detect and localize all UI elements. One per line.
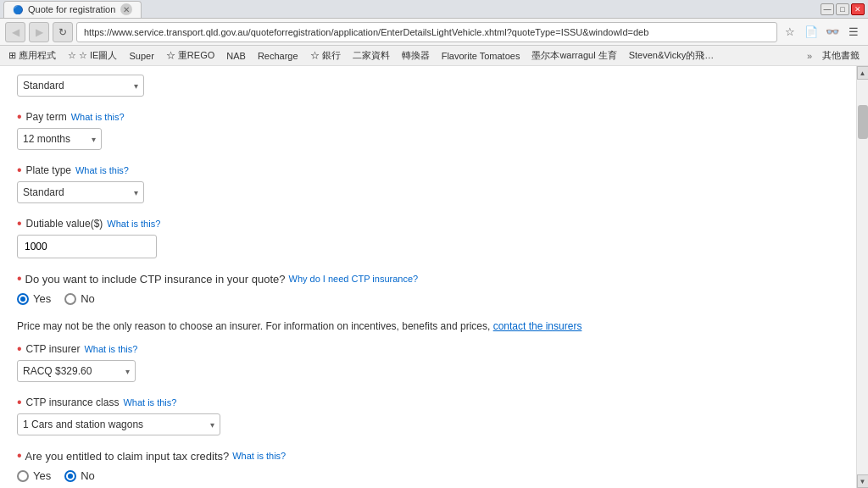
dutiable-input[interactable] <box>17 235 157 258</box>
other-bookmarks[interactable]: 其他書籤 <box>817 47 865 64</box>
pay-term-what-link[interactable]: What is this? <box>71 112 125 122</box>
ctp-insurer-label: • CTP insurer What is this? <box>17 342 839 356</box>
tax-yes-option[interactable]: Yes <box>17 469 51 482</box>
ie-icon: ☆ <box>68 50 76 61</box>
tax-no-option[interactable]: No <box>64 469 95 482</box>
main-content: Standard ▾ • Pay term What is this? 12 m… <box>0 66 856 488</box>
refresh-button[interactable]: ↻ <box>53 22 73 42</box>
tax-question-label: • Are you entitled to claim input tax cr… <box>17 449 839 463</box>
back-icon: ◀ <box>12 26 19 38</box>
ctp-insurer-what-link[interactable]: What is this? <box>84 344 137 354</box>
bookmark-nab[interactable]: NAB <box>221 49 251 63</box>
ctp-class-group: • CTP insurance class What is this? 1 Ca… <box>17 396 839 435</box>
bookmark-steven[interactable]: Steven&Vicky的飛… <box>624 47 720 64</box>
pdf-icon-button[interactable]: 📄 <box>802 23 821 42</box>
pay-term-label: • Pay term What is this? <box>17 110 839 124</box>
tax-bullet: • <box>17 449 22 463</box>
bookmark-star-button[interactable]: ☆ <box>781 23 799 42</box>
apps-icon: ⊞ <box>8 50 16 61</box>
dutiable-value-group: • Dutiable value($) What is this? <box>17 217 839 258</box>
browser-tab[interactable]: 🔵 Quote for registration ✕ <box>3 1 142 18</box>
bookmark-warragul[interactable]: 墨尔本warragul 生育 <box>526 47 621 64</box>
refresh-icon: ↻ <box>58 26 67 38</box>
page-area: Standard ▾ • Pay term What is this? 12 m… <box>0 66 868 488</box>
bookmark-super[interactable]: Super <box>124 49 159 63</box>
plate-type-what-link[interactable]: What is this? <box>75 165 129 175</box>
tax-yes-radio[interactable] <box>17 470 29 482</box>
plate-type-bullet: • <box>17 164 22 177</box>
registration-type-select[interactable]: Standard ▾ <box>17 75 144 97</box>
tax-credit-group: • Are you entitled to claim input tax cr… <box>17 449 839 482</box>
dutiable-bullet: • <box>17 217 22 230</box>
title-bar: 🔵 Quote for registration ✕ — □ ✕ <box>0 0 868 19</box>
nav-bar: ◀ ▶ ↻ ☆ 📄 👓 ☰ <box>0 19 868 46</box>
plate-type-label: • Plate type What is this? <box>17 164 839 177</box>
ctp-yes-option[interactable]: Yes <box>17 292 51 305</box>
close-button[interactable]: ✕ <box>851 3 865 15</box>
bookmark-rego[interactable]: ☆ 重REGO <box>161 47 220 64</box>
bookmarks-more-button[interactable]: » <box>804 49 815 63</box>
plate-type-select[interactable]: Standard ▾ <box>17 181 144 203</box>
bookmark-data[interactable]: 二家資料 <box>348 47 395 64</box>
tab-title: Quote for registration <box>28 4 115 14</box>
tax-radio-group: Yes No <box>17 469 839 482</box>
minimize-button[interactable]: — <box>821 3 834 15</box>
ctp-insurer-select[interactable]: RACQ $329.60 ▾ <box>17 360 136 382</box>
bookmark-bank[interactable]: ☆ 銀行 <box>305 47 346 64</box>
ctp-insurer-arrow-icon: ▾ <box>125 367 130 376</box>
dutiable-what-link[interactable]: What is this? <box>107 219 160 229</box>
pay-term-group: • Pay term What is this? 12 months ▾ <box>17 110 839 150</box>
url-bar[interactable] <box>76 22 777 42</box>
ctp-class-arrow-icon: ▾ <box>210 420 214 430</box>
ctp-yes-radio[interactable] <box>17 293 29 305</box>
pay-term-arrow-icon: ▾ <box>92 135 96 144</box>
registration-type-group: Standard ▾ <box>17 75 839 97</box>
bookmark-ie[interactable]: ☆ ☆ IE圖人 <box>63 47 122 64</box>
plate-type-arrow-icon: ▾ <box>134 188 138 197</box>
tax-no-radio[interactable] <box>64 470 76 482</box>
ctp-class-bullet: • <box>17 396 22 409</box>
ctp-info-text: Price may not be the only reason to choo… <box>17 319 839 334</box>
ctp-insurer-bullet: • <box>17 342 22 356</box>
scrollbar-track[interactable] <box>858 80 868 474</box>
contact-insurers-link[interactable]: contact the insurers <box>493 320 582 332</box>
scrollbar[interactable]: ▲ ▼ <box>856 66 868 488</box>
ctp-why-link[interactable]: Why do I need CTP insurance? <box>289 274 419 284</box>
forward-icon: ▶ <box>36 26 43 38</box>
tab-icon: 🔵 <box>13 5 23 14</box>
window-controls: — □ ✕ <box>821 3 865 15</box>
ctp-class-label: • CTP insurance class What is this? <box>17 396 839 409</box>
tab-close-button[interactable]: ✕ <box>120 3 132 15</box>
maximize-button[interactable]: □ <box>836 3 849 15</box>
ctp-bullet: • <box>17 272 22 286</box>
ctp-class-what-link[interactable]: What is this? <box>123 397 176 408</box>
ctp-radio-group: Yes No <box>17 292 839 305</box>
scrollbar-down-button[interactable]: ▼ <box>857 474 869 488</box>
glasses-icon-button[interactable]: 👓 <box>823 23 842 42</box>
select-arrow-icon: ▾ <box>134 81 138 91</box>
bookmark-apps[interactable]: ⊞ 應用程式 <box>3 47 61 64</box>
tax-what-link[interactable]: What is this? <box>232 451 286 461</box>
nav-right-icons: ☆ 📄 👓 ☰ <box>781 23 863 42</box>
scrollbar-up-button[interactable]: ▲ <box>857 66 869 80</box>
back-button[interactable]: ◀ <box>5 22 25 42</box>
ctp-insurer-group: • CTP insurer What is this? RACQ $329.60… <box>17 342 839 382</box>
pay-term-select[interactable]: 12 months ▾ <box>17 128 102 150</box>
ctp-no-radio[interactable] <box>64 293 76 305</box>
ctp-class-select[interactable]: 1 Cars and station wagons ▾ <box>17 413 220 435</box>
forward-button[interactable]: ▶ <box>29 22 49 42</box>
ctp-no-option[interactable]: No <box>64 292 95 305</box>
ctp-question-label: • Do you want to include CTP insurance i… <box>17 272 839 286</box>
pay-term-bullet: • <box>17 110 22 124</box>
ctp-question-group: • Do you want to include CTP insurance i… <box>17 272 839 305</box>
plate-type-group: • Plate type What is this? Standard ▾ <box>17 164 839 203</box>
menu-button[interactable]: ☰ <box>844 23 863 42</box>
scrollbar-thumb[interactable] <box>858 105 868 139</box>
bookmarks-bar: ⊞ 應用程式 ☆ ☆ IE圖人 Super ☆ 重REGO NAB Rechar… <box>0 46 868 66</box>
bookmark-converter[interactable]: 轉換器 <box>397 47 435 64</box>
bookmark-recharge[interactable]: Recharge <box>253 49 303 63</box>
bookmark-tomatoes[interactable]: Flavorite Tomatoes <box>437 49 526 63</box>
dutiable-label: • Dutiable value($) What is this? <box>17 217 839 230</box>
